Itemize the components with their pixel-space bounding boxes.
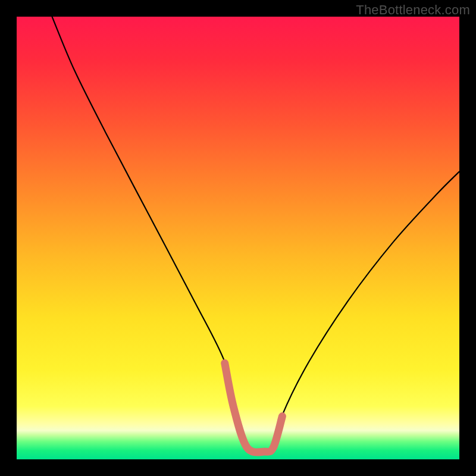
flat-region-highlight <box>225 363 283 452</box>
plot-area <box>17 17 459 459</box>
bottleneck-curve <box>52 17 460 451</box>
chart-overlay <box>17 17 459 459</box>
chart-frame: TheBottleneck.com <box>0 0 476 476</box>
watermark-text: TheBottleneck.com <box>356 2 470 18</box>
